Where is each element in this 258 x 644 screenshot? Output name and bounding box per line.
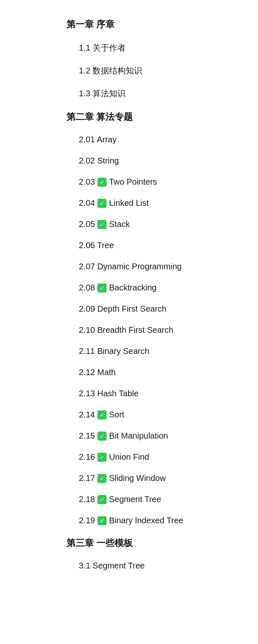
check-icon-2-19: ✓ [97,516,107,525]
item-2-14[interactable]: 2.14 ✓ Sort [71,404,258,425]
item-2-04-prefix: 2.04 [79,198,95,208]
item-2-11[interactable]: 2.11 Binary Search [71,341,258,362]
item-2-08-prefix: 2.08 [79,283,95,293]
item-2-04-suffix: Linked List [109,198,149,208]
item-2-05-prefix: 2.05 [79,220,95,229]
item-2-15-suffix: Bit Manipulation [109,431,168,441]
item-2-18-prefix: 2.18 [79,495,95,504]
item-2-10[interactable]: 2.10 Breadth First Search [71,320,258,341]
item-2-16[interactable]: 2.16 ✓ Union Find [71,446,258,468]
item-2-19-prefix: 2.19 [79,516,95,525]
item-2-05-suffix: Stack [109,220,130,229]
check-icon-2-14: ✓ [97,410,107,420]
item-2-14-prefix: 2.14 [79,410,95,420]
chapter-1-heading: 第一章 序章 [58,12,258,37]
item-2-02[interactable]: 2.02 String [71,150,258,171]
item-1-1[interactable]: 1.1 关于作者 [71,37,258,59]
item-2-01[interactable]: 2.01 Array [71,129,258,150]
item-2-14-suffix: Sort [109,410,124,420]
item-2-17-suffix: Sliding Window [109,473,166,483]
item-2-16-prefix: 2.16 [79,452,95,462]
check-icon-2-15: ✓ [97,432,107,441]
item-2-04[interactable]: 2.04 ✓ Linked List [71,193,258,214]
item-3-1[interactable]: 3.1 Segment Tree [71,555,258,576]
item-2-07[interactable]: 2.07 Dynamic Programming [71,256,258,277]
check-icon-2-04: ✓ [97,199,107,208]
check-icon-2-03: ✓ [97,178,107,187]
item-2-08-suffix: Backtracking [109,283,157,293]
item-2-05[interactable]: 2.05 ✓ Stack [71,214,258,235]
item-1-3[interactable]: 1.3 算法知识 [71,82,258,105]
item-2-08[interactable]: 2.08 ✓ Backtracking [71,277,258,298]
item-2-17-prefix: 2.17 [79,473,95,483]
item-2-09[interactable]: 2.09 Depth First Search [71,298,258,320]
item-2-19-suffix: Binary Indexed Tree [109,516,183,525]
check-icon-2-05: ✓ [97,220,107,229]
item-2-03[interactable]: 2.03 ✓ Two Pointers [71,171,258,193]
chapter-2-heading: 第二章 算法专题 [58,105,258,129]
check-icon-2-16: ✓ [97,453,107,462]
table-of-contents: 第一章 序章 1.1 关于作者 1.2 数据结构知识 1.3 算法知识 第二章 … [0,8,258,581]
item-1-2[interactable]: 1.2 数据结构知识 [71,59,258,82]
item-2-19[interactable]: 2.19 ✓ Binary Indexed Tree [71,510,258,531]
check-icon-2-18: ✓ [97,495,107,504]
item-2-03-suffix: Two Pointers [109,177,157,187]
check-icon-2-17: ✓ [97,474,107,483]
item-2-06[interactable]: 2.06 Tree [71,235,258,256]
item-2-15[interactable]: 2.15 ✓ Bit Manipulation [71,425,258,446]
item-2-03-prefix: 2.03 [79,177,95,187]
item-2-13[interactable]: 2.13 Hash Table [71,383,258,404]
item-2-18[interactable]: 2.18 ✓ Segment Tree [71,489,258,510]
item-2-12[interactable]: 2.12 Math [71,362,258,383]
item-2-17[interactable]: 2.17 ✓ Sliding Window [71,468,258,489]
item-2-18-suffix: Segment Tree [109,495,161,504]
item-2-16-suffix: Union Find [109,452,149,462]
item-2-15-prefix: 2.15 [79,431,95,441]
chapter-3-heading: 第三章 一些模板 [58,531,258,555]
check-icon-2-08: ✓ [97,283,107,293]
